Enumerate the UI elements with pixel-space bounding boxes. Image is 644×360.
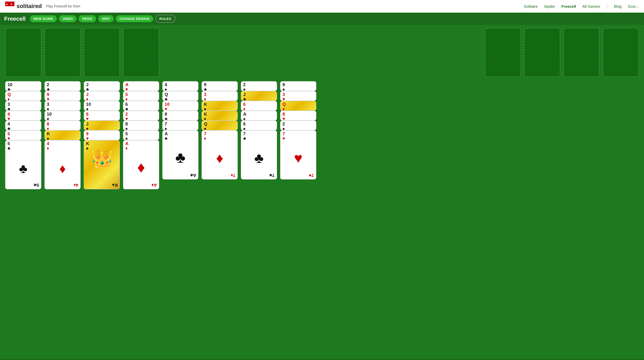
card-k-face-col2[interactable]: K ♠ xyxy=(44,130,81,140)
columns: 10 ♣ Q ♦ 3 ♣ 4 ♥ 4 ♣ 5 ♥ xyxy=(5,81,639,200)
freecell-1[interactable] xyxy=(5,28,41,77)
card-10c[interactable]: 10 ♣ xyxy=(5,81,41,91)
card-3d[interactable]: 3 ♦ xyxy=(202,91,238,101)
card-9h[interactable]: 9 ♥ xyxy=(44,91,81,101)
card-5h[interactable]: 5 ♥ xyxy=(5,130,41,140)
card-2h[interactable]: 2 ♥ xyxy=(123,111,159,121)
column-4: A ♥ 5 ♦ 6 ♣ 2 ♥ 8 ♠ 5 ♠ xyxy=(123,81,159,200)
column-6: 9 ♣ 3 ♦ K ♠ K ♦ Q ♠ 7 ♦ ♦ xyxy=(202,81,238,200)
nav: Solitaire Spider Freecell All Games | Bl… xyxy=(524,3,639,9)
card-q-col6[interactable]: Q ♠ xyxy=(202,121,238,130)
svg-text:♥: ♥ xyxy=(11,3,12,6)
card-2s-col8[interactable]: 2 ♠ xyxy=(280,121,316,130)
foundation-1[interactable] xyxy=(485,28,521,77)
card-7s[interactable]: 7 ♠ xyxy=(162,121,198,130)
hint-button[interactable]: HINT xyxy=(98,15,114,22)
freecell-4[interactable] xyxy=(123,28,159,77)
card-6h[interactable]: 6 ♥ xyxy=(84,111,120,121)
card-10s[interactable]: 10 ♠ xyxy=(44,111,81,121)
new-game-button[interactable]: NEW GAME xyxy=(30,15,57,22)
card-8c[interactable]: 8 ♣ xyxy=(162,111,198,121)
freecells xyxy=(5,28,159,77)
toolbar: Freecell NEW GAME UNDO REDO HINT CHANGE … xyxy=(0,13,644,25)
card-10h[interactable]: 10 ♥ xyxy=(162,101,198,111)
column-2: 2 ♣ 9 ♥ 3 ♠ 10 ♠ 8 ♦ K ♠ xyxy=(44,81,81,200)
freecell-2[interactable] xyxy=(44,28,81,77)
card-jd[interactable]: J ♦ xyxy=(84,91,120,101)
nav-spider[interactable]: Spider xyxy=(544,4,555,9)
card-qd[interactable]: Q ♦ xyxy=(5,91,41,101)
foundation-4[interactable] xyxy=(603,28,639,77)
card-qc[interactable]: Q ♣ xyxy=(162,91,198,101)
card-ad[interactable]: A ♦ ♦ A♦ xyxy=(123,140,159,189)
card-2s[interactable]: 2 ♠ xyxy=(241,81,277,91)
nav-score[interactable]: Scor... xyxy=(628,4,639,9)
nav-solitaire[interactable]: Solitaire xyxy=(524,4,538,9)
card-k-king[interactable]: K ♠ 👑 K♠ xyxy=(84,140,120,189)
redo-button[interactable]: REDO xyxy=(79,15,96,22)
column-3: J ♣ J ♦ 10 ♠ 6 ♥ J ♠ 9 ♥ xyxy=(84,81,120,200)
foundations xyxy=(485,28,639,77)
card-8d[interactable]: 8 ♦ xyxy=(44,121,81,130)
logo-text: solitaired xyxy=(17,3,42,10)
column-7: 2 ♠ J ♣ 6 ♦ A ♠ 6 ♠ 7 ♣ ♣ xyxy=(241,81,277,200)
card-ah[interactable]: A ♥ xyxy=(123,81,159,91)
header: ♠ ♥ solitaired Play Freecell for free! S… xyxy=(0,0,644,13)
card-3h[interactable]: 3 ♥ xyxy=(280,91,316,101)
card-4h[interactable]: 4 ♥ xyxy=(5,111,41,121)
card-j-col7[interactable]: J ♣ xyxy=(241,91,277,101)
column-1: 10 ♣ Q ♦ 3 ♣ 4 ♥ 4 ♣ 5 ♥ xyxy=(5,81,41,200)
card-9h-col3[interactable]: 9 ♥ xyxy=(84,130,120,140)
card-as[interactable]: A ♠ xyxy=(241,111,277,121)
card-10s-col3[interactable]: 10 ♠ xyxy=(84,101,120,111)
svg-text:♠: ♠ xyxy=(6,3,8,6)
game-title: Freecell xyxy=(4,16,26,22)
card-3c[interactable]: 3 ♣ xyxy=(5,101,41,111)
card-k-col6-1[interactable]: K ♠ xyxy=(202,101,238,111)
card-5c[interactable]: 5 ♣ ♣ 5♣ xyxy=(5,140,41,189)
card-7d[interactable]: 7 ♦ ♦ 7♦ xyxy=(202,130,238,179)
card-4c[interactable]: 4 ♣ xyxy=(5,121,41,130)
undo-button[interactable]: UNDO xyxy=(59,15,76,22)
foundation-2[interactable] xyxy=(524,28,560,77)
card-9s[interactable]: 9 ♠ xyxy=(280,81,316,91)
card-8s[interactable]: 8 ♠ xyxy=(123,121,159,130)
card-k-col6-2[interactable]: K ♦ xyxy=(202,111,238,121)
nav-freecell[interactable]: Freecell xyxy=(561,4,576,9)
nav-divider: | xyxy=(606,3,608,9)
card-6s[interactable]: 6 ♠ xyxy=(241,121,277,130)
top-row xyxy=(5,28,639,77)
nav-blog[interactable]: Blog xyxy=(614,4,622,9)
card-4s[interactable]: 4 ♠ xyxy=(162,81,198,91)
rules-button[interactable]: RULES xyxy=(155,15,176,23)
card-9c[interactable]: 9 ♣ xyxy=(202,81,238,91)
card-7c[interactable]: 7 ♣ ♣ 7♣ xyxy=(241,130,277,179)
card-3s[interactable]: 3 ♠ xyxy=(44,101,81,111)
card-4d[interactable]: 4 ♦ ♦ 4♦ xyxy=(44,140,81,189)
logo[interactable]: ♠ ♥ solitaired xyxy=(5,2,42,11)
column-5: 4 ♠ Q ♣ 10 ♥ 8 ♣ 7 ♠ A ♣ ♣ xyxy=(162,81,198,200)
card-2c[interactable]: 2 ♣ xyxy=(44,81,81,91)
logo-icon: ♠ ♥ xyxy=(5,2,14,11)
card-5s[interactable]: 5 ♠ xyxy=(123,130,159,140)
card-jc[interactable]: J ♣ xyxy=(84,81,120,91)
card-6c[interactable]: 6 ♣ xyxy=(123,101,159,111)
card-q-col8[interactable]: Q ♦ xyxy=(280,101,316,111)
freecell-3[interactable] xyxy=(84,28,120,77)
card-5d[interactable]: 5 ♦ xyxy=(123,91,159,101)
nav-all-games[interactable]: All Games xyxy=(582,4,600,9)
card-j-face[interactable]: J ♠ xyxy=(84,121,120,130)
tagline: Play Freecell for free! xyxy=(46,4,80,8)
change-design-button[interactable]: CHANGE DESIGN xyxy=(116,15,153,22)
column-8: 9 ♠ 3 ♥ Q ♦ 8 ♥ 2 ♠ 7 ♥ ♥ xyxy=(280,81,316,200)
card-8h[interactable]: 8 ♥ xyxy=(280,111,316,121)
game-area: 10 ♣ Q ♦ 3 ♣ 4 ♥ 4 ♣ 5 ♥ xyxy=(0,25,644,359)
card-7h[interactable]: 7 ♥ ♥ 7♥ xyxy=(280,130,316,179)
card-6d[interactable]: 6 ♦ xyxy=(241,101,277,111)
foundation-3[interactable] xyxy=(563,28,600,77)
card-ac[interactable]: A ♣ ♣ A♣ xyxy=(162,130,198,179)
